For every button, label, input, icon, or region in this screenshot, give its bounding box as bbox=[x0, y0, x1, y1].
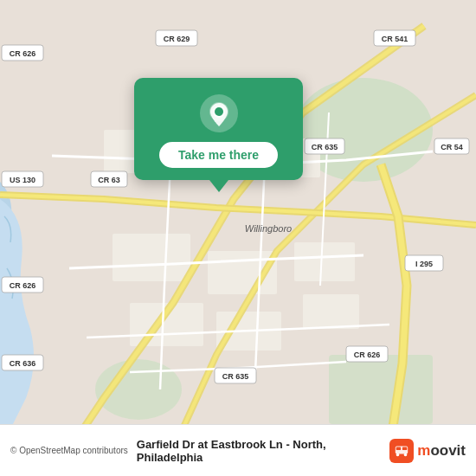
location-title: Garfield Dr at Eastbrook Ln - North, Phi… bbox=[137, 438, 389, 464]
moovit-text: moovit bbox=[417, 442, 466, 460]
moovit-bus-icon bbox=[389, 439, 414, 463]
svg-text:CR 626: CR 626 bbox=[354, 351, 381, 359]
svg-rect-7 bbox=[113, 234, 190, 281]
svg-point-45 bbox=[396, 453, 400, 456]
map-background: CR 626 CR 629 CR 541 US 130 CR 635 CR 54… bbox=[0, 0, 476, 476]
copyright-text: © OpenStreetMap contributors bbox=[10, 446, 128, 455]
svg-text:CR 626: CR 626 bbox=[10, 49, 36, 58]
map-container: CR 626 CR 629 CR 541 US 130 CR 635 CR 54… bbox=[0, 0, 476, 476]
svg-text:CR 629: CR 629 bbox=[164, 35, 190, 43]
svg-text:CR 636: CR 636 bbox=[10, 359, 36, 368]
svg-rect-44 bbox=[402, 447, 407, 450]
svg-point-41 bbox=[215, 107, 223, 116]
bottom-bar: © OpenStreetMap contributors Garfield Dr… bbox=[0, 424, 476, 476]
svg-text:Willingboro: Willingboro bbox=[245, 223, 292, 234]
svg-text:CR 63: CR 63 bbox=[98, 176, 120, 184]
svg-text:US 130: US 130 bbox=[10, 176, 35, 184]
svg-rect-43 bbox=[396, 447, 401, 450]
svg-point-46 bbox=[404, 453, 408, 456]
svg-text:CR 635: CR 635 bbox=[312, 143, 338, 151]
location-card: Take me there bbox=[134, 78, 303, 180]
svg-text:CR 635: CR 635 bbox=[222, 372, 249, 381]
moovit-logo: moovit bbox=[389, 439, 466, 463]
take-me-there-button[interactable]: Take me there bbox=[159, 142, 278, 168]
svg-text:I 295: I 295 bbox=[415, 260, 433, 268]
svg-rect-2 bbox=[329, 355, 433, 424]
svg-rect-9 bbox=[294, 242, 355, 281]
location-pin-icon bbox=[199, 93, 239, 133]
svg-rect-12 bbox=[303, 294, 359, 329]
svg-text:CR 541: CR 541 bbox=[382, 35, 408, 43]
svg-text:CR 626: CR 626 bbox=[10, 281, 36, 290]
svg-text:CR 54: CR 54 bbox=[441, 143, 463, 151]
